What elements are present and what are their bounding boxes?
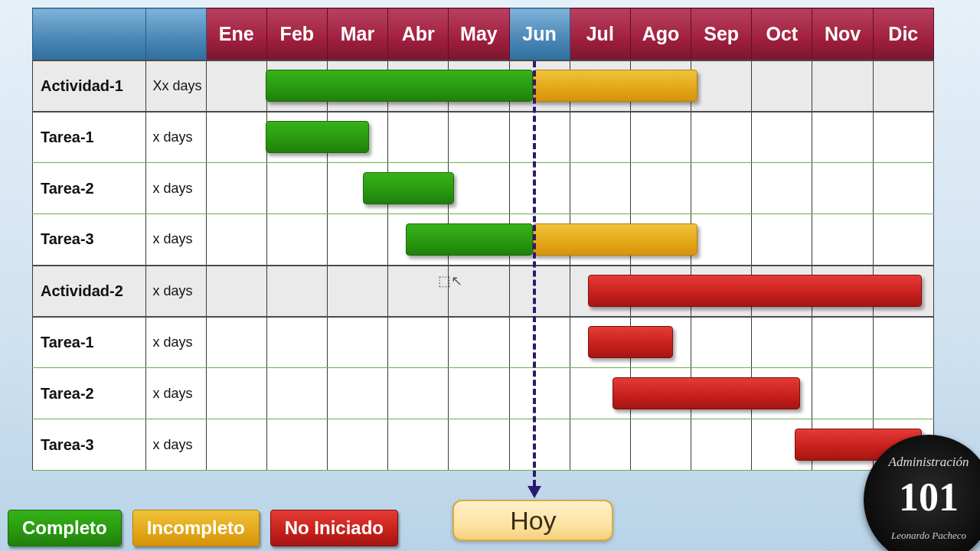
- grid-cell: [388, 317, 449, 368]
- grid-cell: [509, 60, 570, 112]
- grid-cell: [266, 266, 327, 317]
- row-duration: x days: [146, 317, 206, 368]
- month-header-mar: Mar: [327, 8, 387, 60]
- row-duration: x days: [146, 214, 206, 266]
- legend-notstarted-label: No Iniciado: [285, 517, 384, 539]
- grid-cell: [449, 163, 509, 214]
- grid-cell: [206, 163, 266, 214]
- grid-cell: [691, 317, 752, 368]
- grid-cell: [873, 112, 933, 163]
- grid-cell: [388, 266, 449, 317]
- grid-cell: [266, 60, 327, 112]
- row-duration: x days: [146, 163, 206, 214]
- grid-cell: [266, 317, 327, 368]
- grid-cell: [388, 163, 449, 214]
- grid-cell: [327, 317, 387, 368]
- grid-cell: [752, 368, 812, 419]
- grid-cell: [327, 60, 387, 112]
- brand-arcword: Administración: [864, 455, 980, 470]
- grid-cell: [388, 214, 449, 266]
- row-name: Actividad-1: [33, 60, 146, 112]
- grid-cell: [206, 317, 266, 368]
- grid-cell: [327, 214, 387, 266]
- grid-cell: [388, 368, 449, 419]
- grid-cell: [388, 419, 449, 471]
- month-header-may: May: [449, 8, 509, 60]
- legend-incomplete: Incompleto: [132, 510, 260, 546]
- grid-cell: [812, 112, 873, 163]
- grid-cell: [509, 419, 570, 471]
- grid-cell: [449, 112, 509, 163]
- grid-cell: [206, 112, 266, 163]
- task-row: Tarea-1x days: [33, 317, 934, 368]
- grid-cell: [509, 214, 570, 266]
- task-row: Tarea-3x days: [33, 214, 934, 266]
- grid-cell: [266, 419, 327, 471]
- grid-cell: [691, 163, 752, 214]
- row-duration: Xx days: [146, 60, 206, 112]
- row-name: Tarea-2: [33, 368, 146, 419]
- grid-cell: [449, 266, 509, 317]
- today-arrow-icon: [528, 486, 541, 498]
- activity-row: Actividad-2x days: [33, 266, 934, 317]
- grid-cell: [873, 317, 933, 368]
- grid-cell: [570, 112, 630, 163]
- month-header-ene: Ene: [206, 8, 266, 60]
- grid-cell: [630, 214, 691, 266]
- legend-complete-label: Completo: [22, 517, 107, 539]
- legend-incomplete-label: Incompleto: [147, 517, 245, 539]
- grid-cell: [449, 214, 509, 266]
- brand-number: 101: [864, 474, 980, 520]
- today-label-text: Hoy: [510, 506, 556, 535]
- today-label: Hoy: [452, 500, 613, 541]
- grid-cell: [630, 317, 691, 368]
- grid-cell: [509, 112, 570, 163]
- row-duration: x days: [146, 112, 206, 163]
- task-row: Tarea-2x days: [33, 368, 934, 419]
- gantt-table: EneFebMarAbrMayJunJulAgoSepOctNovDic Act…: [32, 8, 934, 471]
- grid-cell: [691, 419, 752, 471]
- grid-cell: [509, 368, 570, 419]
- grid-cell: [327, 266, 387, 317]
- grid-cell: [630, 419, 691, 471]
- grid-cell: [630, 112, 691, 163]
- grid-cell: [570, 60, 630, 112]
- month-header-abr: Abr: [388, 8, 449, 60]
- grid-cell: [388, 60, 449, 112]
- grid-cell: [630, 266, 691, 317]
- row-name: Tarea-3: [33, 214, 146, 266]
- legend-complete: Completo: [8, 510, 122, 546]
- grid-cell: [449, 60, 509, 112]
- grid-cell: [752, 60, 812, 112]
- grid-cell: [449, 317, 509, 368]
- grid-cell: [691, 112, 752, 163]
- grid-cell: [812, 60, 873, 112]
- grid-cell: [752, 419, 812, 471]
- grid-cell: [266, 368, 327, 419]
- grid-cell: [630, 163, 691, 214]
- grid-cell: [509, 317, 570, 368]
- grid-cell: [570, 317, 630, 368]
- grid-cell: [812, 266, 873, 317]
- grid-cell: [206, 60, 266, 112]
- month-header-jun: Jun: [509, 8, 570, 60]
- grid-cell: [327, 112, 387, 163]
- grid-cell: [691, 60, 752, 112]
- grid-cell: [873, 214, 933, 266]
- grid-cell: [812, 163, 873, 214]
- months-header-row: EneFebMarAbrMayJunJulAgoSepOctNovDic: [33, 8, 934, 60]
- grid-cell: [449, 419, 509, 471]
- grid-cell: [266, 112, 327, 163]
- task-row: Tarea-3x days: [33, 419, 934, 471]
- row-name: Tarea-3: [33, 419, 146, 471]
- grid-cell: [570, 163, 630, 214]
- grid-cell: [206, 419, 266, 471]
- gantt-body: Actividad-1Xx daysTarea-1x daysTarea-2x …: [33, 60, 934, 471]
- grid-cell: [691, 266, 752, 317]
- grid-cell: [509, 266, 570, 317]
- grid-cell: [570, 419, 630, 471]
- month-header-ago: Ago: [630, 8, 691, 60]
- row-duration: x days: [146, 419, 206, 471]
- legend: Completo Incompleto No Iniciado: [8, 510, 398, 546]
- header-spacer-duration: [146, 8, 206, 60]
